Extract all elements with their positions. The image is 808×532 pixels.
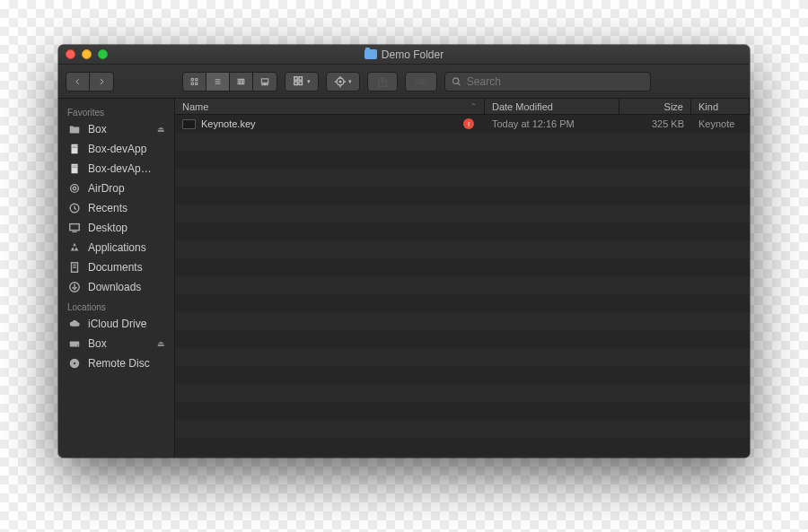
sidebar-item[interactable]: AirDrop: [58, 179, 174, 198]
forward-button[interactable]: [90, 73, 113, 91]
svg-line-30: [458, 83, 460, 84]
file-kind: Keynote: [691, 118, 750, 129]
svg-rect-3: [196, 83, 198, 84]
svg-rect-7: [238, 79, 240, 84]
sidebar-item-label: iCloud Drive: [88, 318, 146, 330]
sidebar-item[interactable]: Box-devAp…: [58, 159, 174, 179]
window-title: Demo Folder: [58, 48, 750, 61]
svg-point-49: [74, 362, 76, 365]
action-menu[interactable]: ▾: [326, 72, 360, 92]
svg-rect-14: [294, 76, 298, 80]
sort-asc-icon: ⌃: [470, 102, 477, 110]
sidebar-item-label: Box-devAp…: [88, 162, 152, 175]
sidebar-item[interactable]: Remote Disc: [58, 353, 174, 373]
svg-point-19: [339, 81, 341, 83]
svg-rect-34: [72, 164, 78, 174]
file-rows[interactable]: Keynote.key!Today at 12:16 PM325 KBKeyno…: [175, 115, 750, 458]
svg-rect-11: [262, 83, 263, 84]
file-icon: [182, 119, 196, 129]
svg-point-38: [73, 187, 76, 190]
column-date[interactable]: Date Modified: [485, 99, 619, 114]
search-input[interactable]: [467, 75, 645, 88]
svg-point-37: [71, 185, 79, 193]
svg-rect-46: [70, 341, 80, 346]
sidebar-item[interactable]: Box⏏: [58, 119, 174, 139]
doc-icon: [67, 143, 82, 155]
disc-icon: [67, 357, 82, 370]
svg-rect-15: [299, 76, 303, 80]
sidebar-item[interactable]: Recents: [58, 198, 174, 218]
file-date: Today at 12:16 PM: [485, 118, 619, 129]
window-controls: [66, 49, 108, 59]
svg-rect-33: [72, 147, 76, 148]
column-name[interactable]: Name⌃: [175, 99, 485, 114]
list-view-button[interactable]: [206, 73, 230, 91]
sidebar-item[interactable]: Desktop: [58, 218, 174, 238]
doc-icon: [67, 162, 82, 175]
sidebar-item-label: Box: [88, 337, 107, 350]
finder-window: Demo Folder ▾ ▾ FavoritesBox⏏Box-devAp: [58, 45, 750, 458]
svg-rect-16: [294, 82, 298, 85]
sidebar-item-label: Applications: [88, 241, 146, 254]
sidebar-item[interactable]: Box⏏: [58, 334, 174, 353]
airdrop-icon: [67, 182, 82, 195]
error-status-icon: !: [463, 118, 474, 129]
eject-icon[interactable]: ⏏: [157, 125, 165, 134]
sidebar-section-header: Favorites: [58, 102, 174, 119]
titlebar: Demo Folder: [58, 45, 750, 65]
minimize-button[interactable]: [82, 49, 92, 59]
svg-rect-9: [242, 79, 244, 84]
column-kind[interactable]: Kind: [691, 99, 750, 114]
folder-icon: [364, 49, 377, 59]
tags-button[interactable]: [405, 72, 437, 92]
sidebar-item-label: Box-devApp: [88, 143, 146, 155]
column-view-button[interactable]: [230, 73, 253, 91]
svg-point-47: [77, 344, 78, 345]
gallery-view-button[interactable]: [253, 73, 277, 91]
window-body: FavoritesBox⏏Box-devAppBox-devAp…AirDrop…: [58, 99, 750, 458]
svg-rect-1: [196, 78, 198, 80]
icon-view-button[interactable]: [183, 73, 206, 91]
close-button[interactable]: [66, 49, 75, 59]
sidebar-item[interactable]: Applications: [58, 238, 174, 257]
sidebar-section-header: Locations: [58, 297, 174, 314]
window-title-text: Demo Folder: [382, 48, 444, 61]
svg-rect-2: [191, 83, 193, 84]
nav-buttons: [66, 72, 114, 92]
file-size: 325 KB: [619, 118, 691, 129]
downloads-icon: [67, 281, 82, 293]
back-button[interactable]: [66, 73, 90, 91]
svg-rect-10: [261, 78, 268, 82]
search-field[interactable]: [444, 72, 651, 92]
svg-rect-17: [299, 82, 303, 85]
svg-rect-35: [72, 166, 76, 167]
recents-icon: [67, 202, 82, 214]
sidebar-item[interactable]: Downloads: [58, 277, 174, 297]
svg-rect-36: [72, 167, 76, 168]
svg-rect-40: [70, 224, 80, 231]
svg-rect-13: [267, 83, 268, 84]
arrange-menu[interactable]: ▾: [285, 72, 319, 92]
column-size[interactable]: Size: [619, 99, 691, 114]
eject-icon[interactable]: ⏏: [157, 339, 165, 348]
desktop-icon: [67, 222, 82, 234]
sidebar-item[interactable]: Documents: [58, 257, 174, 277]
column-headers: Name⌃ Date Modified Size Kind: [175, 99, 750, 115]
sidebar-item-label: Desktop: [88, 222, 127, 234]
search-icon: [451, 75, 462, 88]
file-row[interactable]: Keynote.key!Today at 12:16 PM325 KBKeyno…: [175, 115, 750, 133]
svg-rect-0: [191, 78, 193, 80]
svg-rect-32: [72, 146, 76, 147]
apps-icon: [67, 241, 82, 254]
svg-point-29: [452, 77, 458, 83]
cloud-icon: [67, 318, 82, 330]
file-name: Keynote.key: [201, 118, 256, 129]
file-list-pane: Name⌃ Date Modified Size Kind Keynote.ke…: [175, 99, 750, 458]
sidebar-item-label: Downloads: [88, 281, 141, 293]
maximize-button[interactable]: [98, 49, 108, 59]
sidebar-item[interactable]: Box-devApp: [58, 139, 174, 159]
sidebar-item-label: AirDrop: [88, 182, 125, 195]
sidebar-item[interactable]: iCloud Drive: [58, 314, 174, 334]
disk-icon: [67, 337, 82, 350]
share-button[interactable]: [367, 72, 398, 92]
